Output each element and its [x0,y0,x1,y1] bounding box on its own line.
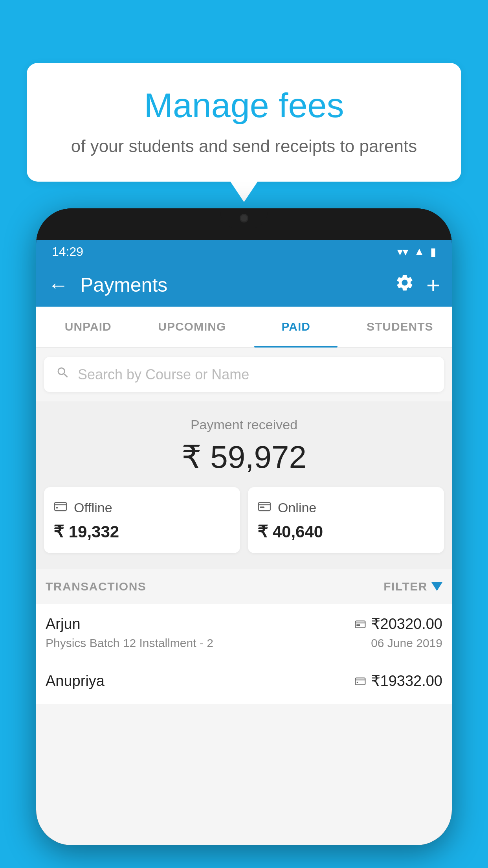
transaction-amount: ₹19332.00 [354,672,443,690]
student-name: Arjun [46,616,81,633]
filter-icon [431,582,442,591]
camera [240,214,248,223]
wifi-icon: ▾▾ [397,245,408,258]
filter-button[interactable]: FILTER [383,580,442,593]
payment-summary: Payment received ₹ 59,972 Offline [36,401,452,569]
app-bar: ← Payments + [36,263,452,307]
tab-unpaid[interactable]: UNPAID [36,307,140,347]
offline-card-header: Offline [53,499,231,517]
transactions-label: TRANSACTIONS [46,580,146,593]
offline-icon [53,499,68,517]
svg-point-7 [356,682,358,683]
app-bar-icons: + [395,272,440,299]
payment-total: ₹ 59,972 [44,439,444,475]
online-payment-icon [354,618,366,630]
tab-students[interactable]: STUDENTS [348,307,452,347]
online-label: Online [278,500,316,515]
online-card-header: Online [257,499,435,517]
tab-paid[interactable]: PAID [244,307,348,347]
online-card: Online ₹ 40,640 [248,487,444,553]
search-icon [56,366,70,383]
offline-payment-icon [354,675,366,687]
offline-label: Offline [74,500,112,515]
payment-received-label: Payment received [44,417,444,432]
transaction-row[interactable]: Arjun ₹20320.00 Physics Batch 12 Install… [36,604,452,661]
transactions-header: TRANSACTIONS FILTER [36,569,452,604]
transaction-amount: ₹20320.00 [354,615,443,633]
add-button[interactable]: + [426,272,440,299]
speech-bubble-section: Manage fees of your students and send re… [27,63,461,202]
transaction-date: 06 June 2019 [371,636,442,650]
status-icons: ▾▾ ▲ ▮ [397,245,436,258]
course-info: Physics Batch 12 Installment - 2 [46,636,213,650]
settings-icon[interactable] [395,273,415,297]
transaction-bottom: Physics Batch 12 Installment - 2 06 June… [46,636,442,650]
search-placeholder: Search by Course or Name [78,366,249,383]
payment-cards: Offline ₹ 19,332 Onli [44,487,444,553]
search-bar[interactable]: Search by Course or Name [44,357,444,392]
signal-icon: ▲ [414,245,425,258]
bubble-title: Manage fees [46,86,442,125]
svg-rect-3 [260,507,264,509]
bubble-tail [230,181,258,202]
app-title: Payments [80,274,383,296]
svg-rect-5 [356,624,360,626]
phone-frame: 14:29 ▾▾ ▲ ▮ ← Payments + UNPAID UPCOMIN… [36,208,452,845]
transaction-row[interactable]: Anupriya ₹19332.00 [36,661,452,705]
svg-rect-0 [55,502,66,511]
phone-notch [220,208,268,228]
online-icon [257,499,272,517]
offline-card: Offline ₹ 19,332 [44,487,240,553]
transaction-top: Arjun ₹20320.00 [46,615,442,633]
back-button[interactable]: ← [48,275,68,295]
transaction-top: Anupriya ₹19332.00 [46,672,442,690]
status-bar: 14:29 ▾▾ ▲ ▮ [36,240,452,263]
phone-top-bar [36,208,452,240]
online-amount: ₹ 40,640 [257,522,435,541]
bubble-subtitle: of your students and send receipts to pa… [46,134,442,158]
offline-amount: ₹ 19,332 [53,522,231,541]
svg-point-1 [56,507,58,509]
phone-content: UNPAID UPCOMING PAID STUDENTS Search by … [36,307,452,845]
student-name: Anupriya [46,673,105,690]
svg-rect-6 [355,678,365,685]
tab-upcoming[interactable]: UPCOMING [140,307,244,347]
tabs-bar: UNPAID UPCOMING PAID STUDENTS [36,307,452,348]
speech-bubble: Manage fees of your students and send re… [27,63,461,182]
battery-icon: ▮ [430,245,436,258]
status-time: 14:29 [52,245,83,259]
